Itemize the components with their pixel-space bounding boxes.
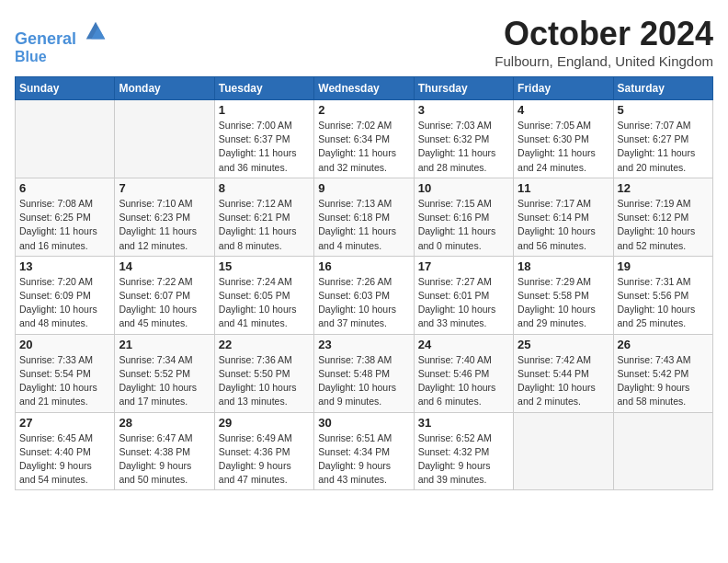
calendar-week-5: 27Sunrise: 6:45 AM Sunset: 4:40 PM Dayli… <box>16 412 713 490</box>
day-info: Sunrise: 7:36 AM Sunset: 5:50 PM Dayligh… <box>219 353 310 409</box>
day-info: Sunrise: 7:43 AM Sunset: 5:42 PM Dayligh… <box>618 353 709 409</box>
day-number: 21 <box>119 338 210 351</box>
weekday-header-wednesday: Wednesday <box>314 77 414 100</box>
logo-general: General <box>15 29 76 48</box>
page-header: General Blue October 2024 Fulbourn, Engl… <box>15 15 713 69</box>
weekday-header-row: SundayMondayTuesdayWednesdayThursdayFrid… <box>16 77 713 100</box>
calendar-cell: 26Sunrise: 7:43 AM Sunset: 5:42 PM Dayli… <box>613 334 712 412</box>
day-number: 13 <box>19 259 110 273</box>
day-number: 12 <box>618 181 709 195</box>
day-number: 20 <box>19 338 110 351</box>
day-info: Sunrise: 7:08 AM Sunset: 6:25 PM Dayligh… <box>19 197 110 253</box>
calendar-cell <box>514 412 613 490</box>
day-info: Sunrise: 7:10 AM Sunset: 6:23 PM Dayligh… <box>119 197 210 253</box>
calendar-cell: 30Sunrise: 6:51 AM Sunset: 4:34 PM Dayli… <box>314 412 414 490</box>
calendar-cell: 12Sunrise: 7:19 AM Sunset: 6:12 PM Dayli… <box>613 178 712 256</box>
day-number: 19 <box>618 259 709 273</box>
day-info: Sunrise: 7:40 AM Sunset: 5:46 PM Dayligh… <box>418 353 509 409</box>
calendar-cell: 25Sunrise: 7:42 AM Sunset: 5:44 PM Dayli… <box>514 334 613 412</box>
calendar-cell: 4Sunrise: 7:05 AM Sunset: 6:30 PM Daylig… <box>514 100 613 178</box>
day-info: Sunrise: 6:47 AM Sunset: 4:38 PM Dayligh… <box>119 431 210 488</box>
calendar-cell: 28Sunrise: 6:47 AM Sunset: 4:38 PM Dayli… <box>115 412 214 490</box>
logo-text: General <box>15 18 108 49</box>
day-number: 31 <box>418 416 509 430</box>
day-number: 27 <box>19 416 110 430</box>
calendar-cell: 29Sunrise: 6:49 AM Sunset: 4:36 PM Dayli… <box>214 412 313 490</box>
day-info: Sunrise: 7:38 AM Sunset: 5:48 PM Dayligh… <box>318 353 409 409</box>
day-info: Sunrise: 6:45 AM Sunset: 4:40 PM Dayligh… <box>19 431 110 488</box>
calendar-week-3: 13Sunrise: 7:20 AM Sunset: 6:09 PM Dayli… <box>16 256 713 334</box>
day-number: 29 <box>219 416 310 430</box>
calendar-cell: 2Sunrise: 7:02 AM Sunset: 6:34 PM Daylig… <box>314 100 414 178</box>
day-info: Sunrise: 7:03 AM Sunset: 6:32 PM Dayligh… <box>418 119 509 175</box>
calendar-cell: 13Sunrise: 7:20 AM Sunset: 6:09 PM Dayli… <box>16 256 115 334</box>
calendar-cell: 31Sunrise: 6:52 AM Sunset: 4:32 PM Dayli… <box>414 412 513 490</box>
day-info: Sunrise: 7:05 AM Sunset: 6:30 PM Dayligh… <box>518 119 609 175</box>
day-number: 5 <box>618 103 709 117</box>
day-info: Sunrise: 6:51 AM Sunset: 4:34 PM Dayligh… <box>318 431 409 488</box>
day-number: 28 <box>119 416 210 430</box>
day-number: 24 <box>418 338 509 351</box>
day-number: 26 <box>618 338 709 351</box>
calendar-cell: 5Sunrise: 7:07 AM Sunset: 6:27 PM Daylig… <box>613 100 712 178</box>
day-number: 14 <box>119 259 210 273</box>
day-info: Sunrise: 7:26 AM Sunset: 6:03 PM Dayligh… <box>318 275 409 331</box>
day-info: Sunrise: 7:33 AM Sunset: 5:54 PM Dayligh… <box>19 353 110 409</box>
day-info: Sunrise: 7:31 AM Sunset: 5:56 PM Dayligh… <box>618 275 709 331</box>
day-number: 8 <box>219 181 310 195</box>
weekday-header-sunday: Sunday <box>16 77 115 100</box>
day-info: Sunrise: 7:42 AM Sunset: 5:44 PM Dayligh… <box>518 353 609 409</box>
day-info: Sunrise: 6:52 AM Sunset: 4:32 PM Dayligh… <box>418 431 509 488</box>
calendar-cell <box>115 100 214 178</box>
calendar-cell: 22Sunrise: 7:36 AM Sunset: 5:50 PM Dayli… <box>214 334 313 412</box>
day-info: Sunrise: 7:29 AM Sunset: 5:58 PM Dayligh… <box>518 275 609 331</box>
day-number: 16 <box>318 259 409 273</box>
calendar-cell: 10Sunrise: 7:15 AM Sunset: 6:16 PM Dayli… <box>414 178 513 256</box>
day-number: 4 <box>518 103 609 117</box>
calendar-cell: 7Sunrise: 7:10 AM Sunset: 6:23 PM Daylig… <box>115 178 214 256</box>
calendar-cell <box>613 412 712 490</box>
calendar-cell: 17Sunrise: 7:27 AM Sunset: 6:01 PM Dayli… <box>414 256 513 334</box>
day-info: Sunrise: 7:07 AM Sunset: 6:27 PM Dayligh… <box>618 119 709 175</box>
day-info: Sunrise: 7:22 AM Sunset: 6:07 PM Dayligh… <box>119 275 210 331</box>
calendar-cell: 16Sunrise: 7:26 AM Sunset: 6:03 PM Dayli… <box>314 256 414 334</box>
logo: General Blue <box>15 18 108 64</box>
day-number: 9 <box>318 181 409 195</box>
calendar-cell: 21Sunrise: 7:34 AM Sunset: 5:52 PM Dayli… <box>115 334 214 412</box>
calendar-cell: 3Sunrise: 7:03 AM Sunset: 6:32 PM Daylig… <box>414 100 513 178</box>
day-info: Sunrise: 7:17 AM Sunset: 6:14 PM Dayligh… <box>518 197 609 253</box>
calendar-cell: 6Sunrise: 7:08 AM Sunset: 6:25 PM Daylig… <box>16 178 115 256</box>
day-number: 15 <box>219 259 310 273</box>
day-info: Sunrise: 7:13 AM Sunset: 6:18 PM Dayligh… <box>318 197 409 253</box>
day-number: 30 <box>318 416 409 430</box>
day-number: 17 <box>418 259 509 273</box>
day-number: 10 <box>418 181 509 195</box>
day-number: 11 <box>518 181 609 195</box>
location: Fulbourn, England, United Kingdom <box>495 53 713 69</box>
weekday-header-saturday: Saturday <box>613 77 712 100</box>
weekday-header-thursday: Thursday <box>414 77 513 100</box>
day-info: Sunrise: 7:24 AM Sunset: 6:05 PM Dayligh… <box>219 275 310 331</box>
day-number: 18 <box>518 259 609 273</box>
calendar-week-2: 6Sunrise: 7:08 AM Sunset: 6:25 PM Daylig… <box>16 178 713 256</box>
day-info: Sunrise: 7:34 AM Sunset: 5:52 PM Dayligh… <box>119 353 210 409</box>
day-number: 3 <box>418 103 509 117</box>
calendar-cell: 1Sunrise: 7:00 AM Sunset: 6:37 PM Daylig… <box>214 100 313 178</box>
day-info: Sunrise: 7:15 AM Sunset: 6:16 PM Dayligh… <box>418 197 509 253</box>
logo-blue: Blue <box>15 49 108 65</box>
calendar-cell: 23Sunrise: 7:38 AM Sunset: 5:48 PM Dayli… <box>314 334 414 412</box>
day-number: 7 <box>119 181 210 195</box>
title-block: October 2024 Fulbourn, England, United K… <box>495 15 713 69</box>
day-number: 25 <box>518 338 609 351</box>
weekday-header-tuesday: Tuesday <box>214 77 313 100</box>
calendar-cell: 14Sunrise: 7:22 AM Sunset: 6:07 PM Dayli… <box>115 256 214 334</box>
logo-icon <box>83 18 108 44</box>
day-number: 2 <box>318 103 409 117</box>
calendar-cell: 27Sunrise: 6:45 AM Sunset: 4:40 PM Dayli… <box>16 412 115 490</box>
day-info: Sunrise: 7:19 AM Sunset: 6:12 PM Dayligh… <box>618 197 709 253</box>
calendar-cell <box>16 100 115 178</box>
month-title: October 2024 <box>495 15 713 53</box>
calendar-cell: 9Sunrise: 7:13 AM Sunset: 6:18 PM Daylig… <box>314 178 414 256</box>
calendar-cell: 24Sunrise: 7:40 AM Sunset: 5:46 PM Dayli… <box>414 334 513 412</box>
calendar-cell: 19Sunrise: 7:31 AM Sunset: 5:56 PM Dayli… <box>613 256 712 334</box>
